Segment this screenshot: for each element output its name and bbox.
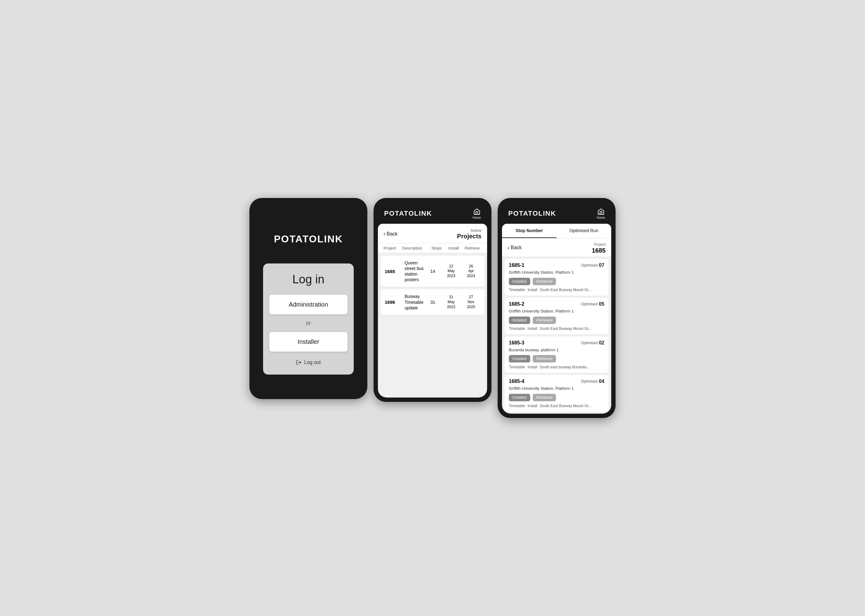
login-title: Log in — [292, 273, 325, 286]
badge-installed-0[interactable]: Installed — [509, 278, 530, 285]
project-retrieve-1696: 27Nov2025 — [462, 295, 480, 310]
projects-home-button[interactable]: Home — [473, 208, 481, 219]
stop-location-1: Griffith University Station, Platform 1 — [509, 309, 604, 314]
projects-back-button[interactable]: ‹ Back — [383, 231, 398, 237]
stop-route-3: South East Busway Mount Gr... — [540, 404, 592, 408]
projects-table-header: Project Description Stops Install Retrie… — [378, 243, 487, 253]
stop-actions-2: Installed Retrieved — [509, 355, 604, 363]
stop-location-2: Buranda busway, platform 1 — [509, 347, 604, 353]
or-text: or — [306, 320, 311, 327]
projects-app-header: POTATOLINK Home — [378, 202, 487, 224]
screens-container: POTATOLINK Log in Administration or Inst… — [250, 198, 615, 418]
login-section: Log in Administration or Installer Log o… — [263, 264, 354, 374]
projects-brand: POTATOLINK — [384, 209, 432, 218]
optimised-label-3: Optimised 04 — [581, 379, 604, 384]
stop-type-0: Timetable — [509, 288, 525, 292]
stop-card-1685-2[interactable]: 1685-2 Optimised 05 Griffith University … — [504, 298, 609, 335]
stop-cards-container: 1685-1 Optimised 07 Griffith University … — [502, 259, 611, 412]
stop-meta-3: Timetable Install South East Busway Moun… — [509, 404, 604, 408]
stop-meta-2: Timetable Install South east busway Bura… — [509, 365, 604, 369]
projects-page-header: ‹ Back Active Projects — [378, 224, 487, 243]
projects-back-row: ‹ Back Active Projects — [383, 228, 482, 240]
projects-home-label: Home — [473, 216, 481, 219]
logout-label: Log out — [304, 360, 320, 365]
stop-id-1: 1685-2 — [509, 301, 524, 307]
badge-retrieved-1[interactable]: Retrieved — [533, 316, 556, 324]
administration-button[interactable]: Administration — [269, 295, 347, 314]
detail-home-icon — [597, 208, 605, 215]
project-number: 1685 — [592, 247, 606, 254]
project-install-1696: 31May2023 — [442, 295, 460, 310]
stop-header-2: 1685-3 Optimised 02 — [509, 340, 604, 346]
stop-action-3: Install — [527, 404, 537, 408]
optimised-num-3: 04 — [599, 379, 604, 384]
stop-location-0: Griffith University Station, Platform 1 — [509, 270, 604, 275]
detail-home-button[interactable]: Home — [597, 208, 605, 219]
detail-back-label: Back — [511, 245, 522, 250]
phone-detail-inner: POTATOLINK Home Stop Number Optimised Ru… — [502, 202, 611, 414]
detail-back-row: ‹ Back Project 1685 — [507, 242, 606, 254]
stop-card-1685-3[interactable]: 1685-3 Optimised 02 Buranda busway, plat… — [504, 336, 609, 373]
detail-back-button[interactable]: ‹ Back — [507, 245, 522, 251]
badge-retrieved-3[interactable]: Retrieved — [533, 394, 556, 401]
phone-detail: POTATOLINK Home Stop Number Optimised Ru… — [498, 198, 615, 418]
phone-login-inner: POTATOLINK Log in Administration or Inst… — [254, 202, 363, 395]
stop-actions-1: Installed Retrieved — [509, 316, 604, 324]
detail-brand: POTATOLINK — [508, 209, 556, 218]
badge-installed-1[interactable]: Installed — [509, 316, 530, 324]
project-retrieve-1685: 26Apr2024 — [462, 264, 480, 279]
project-desc-1696: Busway Timetable update — [405, 294, 424, 311]
tab-header: Stop Number Optimised Run — [502, 224, 611, 238]
badge-retrieved-2[interactable]: Retrieved — [533, 355, 556, 363]
stop-id-3: 1685-4 — [509, 379, 524, 384]
project-num-area: Project 1685 — [592, 242, 606, 254]
phone-projects: POTATOLINK Home ‹ Bac — [374, 198, 491, 402]
detail-home-label: Home — [597, 216, 605, 219]
project-row-1685[interactable]: 1685 Queen street bus station posters 14… — [380, 256, 485, 287]
project-label: Project — [594, 242, 606, 247]
stop-route-0: South East Busway Mount Gr... — [540, 288, 592, 292]
projects-title-area: Active Projects — [457, 228, 482, 240]
tab-optimised-run[interactable]: Optimised Run — [557, 224, 611, 238]
stop-meta-1: Timetable Install South East Busway Moun… — [509, 327, 604, 331]
detail-page-header: ‹ Back Project 1685 — [502, 238, 611, 257]
stop-card-1685-1[interactable]: 1685-1 Optimised 07 Griffith University … — [504, 259, 609, 296]
tab-stop-number[interactable]: Stop Number — [502, 224, 557, 238]
stop-type-1: Timetable — [509, 327, 525, 331]
stop-route-2: South east busway Buranda... — [540, 365, 589, 369]
phone-login: POTATOLINK Log in Administration or Inst… — [250, 198, 367, 399]
stop-type-3: Timetable — [509, 404, 525, 408]
back-chevron-icon: ‹ — [383, 231, 385, 237]
col-description: Description — [402, 246, 429, 250]
detail-app-header: POTATOLINK Home — [502, 202, 611, 224]
projects-back-label: Back — [386, 231, 398, 237]
screen-projects: POTATOLINK Home ‹ Bac — [378, 202, 487, 398]
col-retrieve: Retrieve — [463, 246, 482, 250]
col-project: Project — [383, 246, 402, 250]
badge-installed-2[interactable]: Installed — [509, 355, 530, 363]
stop-header-1: 1685-2 Optimised 05 — [509, 301, 604, 307]
projects-content: ‹ Back Active Projects Project Descripti… — [378, 224, 487, 398]
phone-projects-inner: POTATOLINK Home ‹ Bac — [378, 202, 487, 398]
stop-header-3: 1685-4 Optimised 04 — [509, 379, 604, 384]
optimised-num-0: 07 — [599, 262, 604, 268]
project-install-1685: 22May2023 — [442, 264, 460, 279]
stop-card-1685-4[interactable]: 1685-4 Optimised 04 Griffith University … — [504, 375, 609, 412]
optimised-num-1: 05 — [599, 301, 604, 307]
installer-button[interactable]: Installer — [269, 332, 347, 352]
badge-installed-3[interactable]: Installed — [509, 394, 530, 401]
logout-button[interactable]: Log out — [296, 360, 320, 365]
stop-id-0: 1685-1 — [509, 262, 524, 268]
optimised-label-1: Optimised 05 — [581, 301, 604, 307]
project-row-1696[interactable]: 1696 Busway Timetable update 31 31May202… — [380, 289, 485, 315]
stop-actions-3: Installed Retrieved — [509, 394, 604, 401]
project-stops-1685: 14 — [425, 269, 441, 274]
detail-back-chevron-icon: ‹ — [507, 245, 509, 251]
home-icon — [473, 208, 480, 215]
optimised-num-2: 02 — [599, 340, 604, 346]
project-id-1696: 1696 — [385, 300, 403, 305]
badge-retrieved-0[interactable]: Retrieved — [533, 278, 556, 285]
stop-action-0: Install — [527, 288, 537, 292]
logout-icon — [296, 360, 301, 365]
col-install: Install — [444, 246, 463, 250]
